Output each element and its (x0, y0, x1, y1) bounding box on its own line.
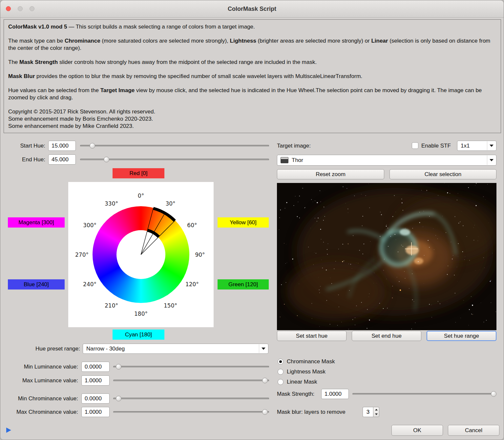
max-luminance-slider-thumb[interactable] (262, 378, 268, 383)
target-image-view[interactable] (277, 183, 496, 330)
min-chrominance-slider-thumb[interactable] (116, 396, 121, 401)
reset-zoom-button[interactable]: Reset zoom (277, 169, 384, 179)
slider-track (113, 366, 269, 368)
min-luminance-input[interactable] (81, 362, 110, 372)
desc-paragraph: ColorMask v1.0 mod 5 — This script build… (8, 23, 496, 30)
selection-inner-arc (147, 230, 159, 237)
copyright-line: Copyright © 2015-2017 Rick Stevenson. Al… (8, 108, 496, 115)
swatch-yellow-label: Yellow [60] (230, 219, 257, 226)
slider-track (113, 380, 269, 381)
new-instance-icon[interactable] (6, 428, 11, 433)
mask-strength-slider[interactable] (352, 389, 496, 399)
max-chrominance-input[interactable] (81, 407, 110, 417)
svg-text:180°: 180° (134, 310, 148, 317)
mask-blur-label: Mask blur: layers to remove (277, 407, 346, 417)
window-title: ColorMask Script (0, 0, 504, 17)
end-hue-label: End Hue: (0, 154, 45, 165)
mask-type-linear[interactable]: Linear Mask (278, 378, 317, 386)
swatch-yellow: Yellow [60] (218, 217, 269, 228)
mask-type-chrominance-label: Chrominance Mask (287, 358, 335, 365)
svg-text:330°: 330° (105, 200, 118, 207)
start-hue-slider[interactable] (80, 141, 269, 151)
target-image-label: Target image: (277, 141, 311, 151)
start-hue-slider-thumb[interactable] (90, 143, 95, 149)
radio-icon[interactable] (278, 369, 284, 375)
mask-strength-label: Mask Strength: (277, 389, 314, 399)
mask-type-chrominance[interactable]: Chrominance Mask (278, 358, 335, 365)
chevron-down-icon (259, 344, 268, 353)
radio-selected-icon[interactable] (278, 359, 284, 365)
svg-text:240°: 240° (83, 281, 96, 288)
svg-text:60°: 60° (187, 222, 197, 229)
max-chrominance-slider[interactable] (113, 407, 269, 417)
min-luminance-slider[interactable] (113, 362, 269, 372)
svg-text:270°: 270° (75, 251, 89, 258)
svg-text:0°: 0° (138, 192, 144, 199)
zoom-preset-select[interactable]: 1x1 (457, 141, 496, 151)
end-hue-slider-thumb[interactable] (104, 157, 109, 162)
slider-track (80, 145, 269, 147)
slider-track (113, 398, 269, 399)
hue-wheel[interactable]: 0° 30° 60° 90° 120° 150° 180° 210° 240° … (68, 182, 214, 327)
set-end-hue-button[interactable]: Set end hue (352, 331, 421, 341)
degree-labels: 0° 30° 60° 90° 120° 150° 180° 210° 240° … (75, 192, 205, 317)
start-hue-input[interactable] (48, 141, 76, 151)
mask-type-linear-label: Linear Mask (287, 379, 317, 385)
slider-track (352, 393, 496, 395)
set-start-hue-button[interactable]: Set start hue (277, 331, 346, 341)
svg-text:210°: 210° (105, 302, 118, 309)
swatch-red-label: Red [0] (130, 170, 148, 177)
max-chrominance-slider-thumb[interactable] (262, 409, 268, 415)
target-view-select[interactable]: Thor (277, 155, 496, 166)
zoom-button[interactable] (30, 6, 34, 11)
chevron-down-icon (487, 141, 496, 150)
desc-paragraph: Mask Blur provides the option to blur th… (8, 73, 496, 80)
swatch-green: Green [120] (218, 279, 269, 290)
clear-selection-button[interactable]: Clear selection (389, 169, 496, 179)
min-luminance-label: Min Luminance value: (0, 362, 78, 372)
swatch-blue-label: Blue [240] (24, 281, 49, 288)
end-hue-input[interactable] (48, 154, 76, 165)
max-luminance-input[interactable] (81, 375, 110, 386)
zoom-preset-value: 1x1 (461, 143, 470, 149)
spin-down-icon[interactable] (373, 412, 379, 417)
slider-track (113, 411, 269, 413)
mask-strength-input[interactable] (321, 389, 349, 399)
radio-icon[interactable] (278, 379, 284, 385)
hue-preset-value: Narrow - 30deg (86, 346, 125, 352)
mask-strength-slider-thumb[interactable] (491, 391, 496, 397)
hue-preset-select[interactable]: Narrow - 30deg (83, 344, 268, 354)
desc-paragraph: The mask type can be Chrominance (more s… (8, 37, 496, 52)
swatch-magenta-label: Magenta [300] (18, 219, 54, 226)
max-luminance-slider[interactable] (113, 375, 269, 386)
description-panel: ColorMask v1.0 mod 5 — This script build… (4, 19, 501, 133)
copyright-line: Some enhancement made by Boris Emchenko … (8, 115, 496, 123)
swatch-cyan: Cyan [180] (113, 330, 164, 340)
nebula-image (277, 183, 496, 330)
start-hue-label: Start Hue: (0, 141, 45, 151)
swatch-green-label: Green [120] (228, 281, 258, 288)
mask-blur-input[interactable] (363, 407, 373, 417)
min-chrominance-input[interactable] (81, 393, 110, 404)
desc-paragraph: The Mask Strength slider controls how st… (8, 59, 496, 66)
swatch-red: Red [0] (113, 168, 164, 178)
spin-up-icon[interactable] (373, 407, 379, 412)
svg-text:120°: 120° (185, 281, 199, 288)
mask-type-lightness[interactable]: Lightness Mask (278, 368, 326, 375)
min-chrominance-label: Min Chrominance value: (0, 393, 78, 404)
set-hue-range-button[interactable]: Set hue range (427, 331, 496, 341)
cancel-button[interactable]: Cancel (448, 425, 499, 436)
spinner-buttons[interactable] (373, 407, 379, 417)
mask-blur-spinner[interactable] (363, 407, 379, 417)
min-luminance-slider-thumb[interactable] (116, 364, 121, 370)
mask-type-lightness-label: Lightness Mask (287, 369, 326, 375)
min-chrominance-slider[interactable] (113, 393, 269, 404)
enable-stf-label: Enable STF (421, 141, 451, 151)
target-view-value: Thor (292, 157, 303, 164)
close-button[interactable] (6, 6, 11, 11)
ok-button[interactable]: OK (391, 425, 443, 436)
minimize-button[interactable] (18, 6, 23, 11)
enable-stf-checkbox[interactable] (412, 142, 418, 149)
end-hue-slider[interactable] (80, 154, 269, 165)
svg-text:150°: 150° (164, 302, 177, 309)
